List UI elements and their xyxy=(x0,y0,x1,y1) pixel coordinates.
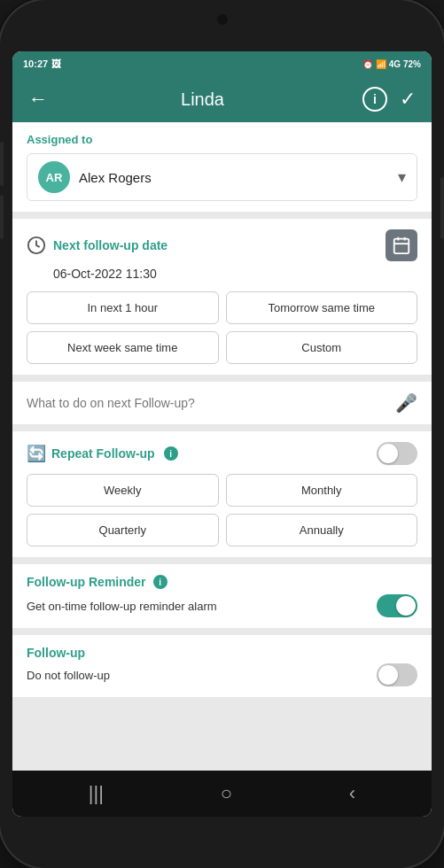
option-annually[interactable]: Annually xyxy=(226,514,418,546)
info-button[interactable]: i xyxy=(362,87,387,112)
phone-notch xyxy=(217,14,228,25)
option-next-week-same-time[interactable]: Next week same time xyxy=(27,331,219,364)
page-title: Linda xyxy=(60,89,345,110)
photo-icon: 🖼 xyxy=(51,58,61,69)
alarm-icon: ⏰ xyxy=(362,59,373,69)
svg-rect-1 xyxy=(394,239,409,254)
option-custom[interactable]: Custom xyxy=(226,331,418,364)
content-area: Assigned to AR Alex Rogers ▾ Next follow… xyxy=(12,122,432,771)
repeat-options-grid: Weekly Monthly Quarterly Annually xyxy=(27,474,417,546)
time-display: 10:27 xyxy=(23,58,48,69)
reminder-description: Get on-time follow-up reminder alarm xyxy=(27,600,217,613)
followup-toggle-label: Follow-up xyxy=(27,646,417,660)
option-monthly[interactable]: Monthly xyxy=(226,474,418,507)
phone-screen: 10:27 🖼 ⏰ 📶 4G 72% ← Linda i ✓ Assigned … xyxy=(12,51,432,817)
notes-section: 🎤 xyxy=(12,382,432,424)
repeat-followup-label: Repeat Follow-up xyxy=(51,446,155,461)
status-bar: 10:27 🖼 ⏰ 📶 4G 72% xyxy=(12,51,432,76)
toolbar: ← Linda i ✓ xyxy=(12,76,432,122)
reminder-row: Get on-time follow-up reminder alarm xyxy=(27,594,417,617)
repeat-followup-section: 🔄 Repeat Follow-up i Weekly Monthly Quar… xyxy=(12,431,432,557)
microphone-icon[interactable]: 🎤 xyxy=(395,392,417,414)
notes-input[interactable] xyxy=(27,396,386,410)
status-left: 10:27 🖼 xyxy=(23,58,61,69)
repeat-followup-left: 🔄 Repeat Follow-up i xyxy=(27,444,178,463)
avatar: AR xyxy=(38,161,70,193)
menu-nav-icon[interactable]: ||| xyxy=(89,782,104,805)
assigned-dropdown[interactable]: AR Alex Rogers ▾ xyxy=(27,153,417,201)
status-right: ⏰ 📶 4G 72% xyxy=(362,59,421,69)
option-quarterly[interactable]: Quarterly xyxy=(27,514,219,546)
reminder-section: Follow-up Reminder i Get on-time follow-… xyxy=(12,564,432,628)
power-button[interactable] xyxy=(440,177,444,239)
bottom-nav: ||| ○ ‹ xyxy=(12,771,432,817)
followup-date-value: 06-Oct-2022 11:30 xyxy=(53,267,417,281)
reminder-toggle-thumb xyxy=(396,596,416,616)
option-tomorrow-same-time[interactable]: Tomorrow same time xyxy=(226,291,418,324)
reminder-toggle[interactable] xyxy=(377,594,417,617)
followup-date-section: Next follow-up date 06-Oct-2022 11:30 In… xyxy=(12,219,432,375)
back-nav-icon[interactable]: ‹ xyxy=(349,782,355,805)
followup-options-grid: In next 1 hour Tomorrow same time Next w… xyxy=(27,291,417,364)
clock-icon xyxy=(27,236,46,255)
assigned-label: Assigned to xyxy=(27,133,417,146)
repeat-followup-toggle[interactable] xyxy=(377,442,417,465)
option-weekly[interactable]: Weekly xyxy=(27,474,219,507)
confirm-button[interactable]: ✓ xyxy=(396,84,419,114)
followup-date-label: Next follow-up date xyxy=(53,238,167,252)
followup-toggle-section: Follow-up Do not follow-up xyxy=(12,635,432,697)
reminder-info-icon[interactable]: i xyxy=(153,575,167,589)
volume-up-button[interactable] xyxy=(0,142,4,186)
volume-down-button[interactable] xyxy=(0,195,4,239)
followup-header-left: Next follow-up date xyxy=(27,236,167,255)
assigned-section: Assigned to AR Alex Rogers ▾ xyxy=(12,122,432,212)
chevron-down-icon: ▾ xyxy=(398,167,406,187)
option-in-next-hour[interactable]: In next 1 hour xyxy=(27,291,219,324)
calendar-icon xyxy=(392,236,411,255)
repeat-info-icon[interactable]: i xyxy=(164,446,178,461)
followup-toggle[interactable] xyxy=(377,663,417,686)
signal-icon: 📶 xyxy=(376,59,386,69)
followup-toggle-description: Do not follow-up xyxy=(27,669,110,682)
followup-date-header: Next follow-up date xyxy=(27,229,417,261)
reminder-label: Follow-up Reminder i xyxy=(27,575,417,589)
assigned-name: Alex Rogers xyxy=(79,170,389,185)
followup-toggle-thumb xyxy=(378,665,398,685)
followup-toggle-row: Do not follow-up xyxy=(27,663,417,686)
repeat-followup-header: 🔄 Repeat Follow-up i xyxy=(27,442,417,465)
phone-shell: 10:27 🖼 ⏰ 📶 4G 72% ← Linda i ✓ Assigned … xyxy=(0,0,444,868)
back-button[interactable]: ← xyxy=(25,84,51,114)
repeat-icon: 🔄 xyxy=(27,444,46,463)
repeat-toggle-thumb xyxy=(378,444,398,463)
spacer xyxy=(12,704,432,722)
home-nav-icon[interactable]: ○ xyxy=(221,782,232,805)
wifi-icon: 4G xyxy=(389,59,401,69)
calendar-button[interactable] xyxy=(386,229,417,261)
battery-display: 72% xyxy=(403,59,421,69)
